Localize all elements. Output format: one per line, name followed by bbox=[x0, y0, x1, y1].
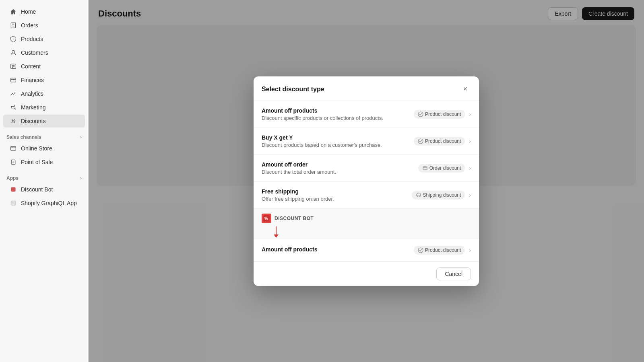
discount-option-left-1: Buy X get Y Discount products based on a… bbox=[262, 134, 414, 148]
svg-point-12 bbox=[14, 121, 15, 123]
chevron-right-bot: › bbox=[469, 247, 471, 253]
modal: Select discount type × Amount off produc… bbox=[254, 76, 479, 286]
sidebar-item-home[interactable]: Home bbox=[3, 5, 85, 18]
svg-point-30 bbox=[418, 112, 423, 117]
discount-option-amount-off-order[interactable]: Amount off order Discount the total orde… bbox=[254, 155, 479, 182]
chevron-right-3: › bbox=[469, 192, 471, 198]
modal-close-button[interactable]: × bbox=[460, 84, 471, 95]
discount-option-buy-x-get-y[interactable]: Buy X get Y Discount products based on a… bbox=[254, 128, 479, 155]
discount-option-right-bot: Product discount › bbox=[414, 246, 471, 255]
modal-title: Select discount type bbox=[262, 86, 324, 93]
modal-footer: Cancel bbox=[254, 261, 479, 286]
option-desc-3: Offer free shipping on an order. bbox=[262, 196, 412, 202]
apps-header: Apps › bbox=[0, 171, 88, 183]
discount-bot-arrow bbox=[254, 226, 479, 239]
option-title-3: Free shipping bbox=[262, 188, 412, 195]
sidebar-item-analytics[interactable]: Analytics bbox=[3, 87, 85, 100]
main-content: Discounts Export Create discount % bbox=[89, 0, 644, 362]
sidebar: Home Orders Products Customers Content F… bbox=[0, 0, 89, 362]
option-desc-2: Discount the total order amount. bbox=[262, 169, 418, 175]
svg-text:%: % bbox=[264, 216, 268, 221]
discount-option-left-2: Amount off order Discount the total orde… bbox=[262, 161, 418, 175]
discount-option-amount-off-products[interactable]: Amount off products Discount specific pr… bbox=[254, 101, 479, 128]
sidebar-item-graphql[interactable]: Shopify GraphiQL App bbox=[3, 197, 85, 210]
sidebar-item-discount-bot[interactable]: Discount Bot bbox=[3, 183, 85, 196]
sidebar-item-finances[interactable]: Finances bbox=[3, 74, 85, 86]
option-title-bot: Amount off products bbox=[262, 246, 414, 253]
badge-product-1: Product discount bbox=[414, 137, 465, 146]
sales-channels-header: Sales channels › bbox=[0, 130, 88, 142]
discounts-icon bbox=[10, 117, 17, 125]
orders-icon bbox=[10, 22, 17, 29]
svg-rect-19 bbox=[11, 187, 15, 191]
discount-option-left-bot: Amount off products bbox=[262, 246, 414, 254]
analytics-icon bbox=[10, 90, 17, 97]
discount-option-right-1: Product discount › bbox=[414, 137, 471, 146]
sidebar-item-orders[interactable]: Orders bbox=[3, 19, 85, 32]
graphql-icon bbox=[10, 200, 17, 207]
products-icon bbox=[10, 35, 17, 43]
sidebar-item-customers[interactable]: Customers bbox=[3, 46, 85, 59]
discount-bot-label: DISCOUNT BOT bbox=[275, 216, 314, 221]
badge-product-bot: Product discount bbox=[414, 246, 465, 255]
customers-icon bbox=[10, 49, 17, 56]
content-icon bbox=[10, 63, 17, 70]
finances-icon bbox=[10, 76, 17, 84]
apps-expand-icon[interactable]: › bbox=[80, 175, 82, 181]
online-store-icon bbox=[10, 145, 17, 152]
discount-bot-sidebar-icon bbox=[10, 186, 17, 193]
modal-header: Select discount type × bbox=[254, 76, 479, 101]
svg-rect-9 bbox=[11, 78, 16, 82]
sidebar-item-pos[interactable]: Point of Sale bbox=[3, 156, 85, 169]
svg-rect-20 bbox=[11, 201, 15, 205]
svg-point-39 bbox=[418, 248, 423, 253]
discount-bot-app-icon: % bbox=[262, 214, 271, 223]
discount-option-left: Amount off products Discount specific pr… bbox=[262, 107, 414, 121]
svg-point-11 bbox=[12, 119, 13, 121]
option-title-1: Buy X get Y bbox=[262, 134, 414, 141]
discount-option-right-3: Shipping discount › bbox=[412, 191, 471, 200]
badge-shipping-3: Shipping discount bbox=[412, 191, 465, 200]
sidebar-item-content[interactable]: Content bbox=[3, 60, 85, 73]
sidebar-item-discounts[interactable]: Discounts bbox=[3, 115, 85, 128]
discount-option-left-3: Free shipping Offer free shipping on an … bbox=[262, 188, 412, 202]
chevron-right-1: › bbox=[469, 138, 471, 144]
discount-option-bot-amount-off[interactable]: Amount off products Product discount › bbox=[254, 239, 479, 261]
badge-order-2: Order discount bbox=[418, 164, 465, 173]
option-desc-1: Discount products based on a customer's … bbox=[262, 142, 414, 148]
sidebar-item-online-store[interactable]: Online Store bbox=[3, 142, 85, 155]
svg-rect-0 bbox=[11, 23, 15, 28]
discount-option-free-shipping[interactable]: Free shipping Offer free shipping on an … bbox=[254, 182, 479, 209]
svg-point-34 bbox=[417, 195, 418, 196]
marketing-icon bbox=[10, 104, 17, 111]
sidebar-item-products[interactable]: Products bbox=[3, 33, 85, 45]
pos-icon bbox=[10, 158, 17, 166]
modal-body: Amount off products Discount specific pr… bbox=[254, 101, 479, 261]
option-title-2: Amount off order bbox=[262, 161, 418, 168]
sidebar-item-marketing[interactable]: Marketing bbox=[3, 101, 85, 114]
svg-point-35 bbox=[419, 195, 420, 196]
chevron-right-0: › bbox=[469, 111, 471, 117]
svg-point-31 bbox=[418, 139, 423, 144]
option-desc-0: Discount specific products or collection… bbox=[262, 115, 414, 121]
badge-product-0: Product discount bbox=[414, 110, 465, 119]
cancel-button[interactable]: Cancel bbox=[436, 267, 471, 280]
discount-option-right: Product discount › bbox=[414, 110, 471, 119]
sales-channels-expand-icon[interactable]: › bbox=[80, 134, 82, 140]
option-title-0: Amount off products bbox=[262, 107, 414, 114]
home-icon bbox=[10, 8, 17, 15]
svg-rect-14 bbox=[11, 146, 16, 150]
discount-option-right-2: Order discount › bbox=[418, 164, 471, 173]
chevron-right-2: › bbox=[469, 165, 471, 171]
svg-point-4 bbox=[12, 50, 14, 53]
modal-overlay[interactable]: Select discount type × Amount off produc… bbox=[89, 0, 644, 362]
svg-rect-32 bbox=[423, 167, 427, 170]
discount-bot-section-header: % DISCOUNT BOT bbox=[254, 209, 479, 226]
